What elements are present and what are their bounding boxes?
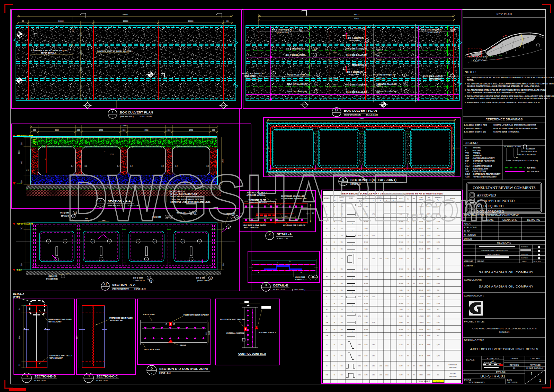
svg-text:201: 201 [407, 344, 409, 346]
svg-text:SECTION-B-B: SECTION-B-B [34, 374, 56, 378]
svg-text:16: 16 [333, 276, 335, 277]
svg-text:BOTTOM BARS: BOTTOM BARS [527, 171, 539, 173]
svg-text:2.750: 2.750 [365, 258, 368, 259]
svg-text:31: 31 [408, 374, 409, 376]
svg-text:Ø10 @ 1000: Ø10 @ 1000 [133, 277, 143, 279]
svg-text:958: 958 [437, 276, 439, 277]
svg-text:0.100: 0.100 [385, 365, 388, 367]
svg-text:2550: 2550 [55, 129, 59, 131]
svg-text:2,916: 2,916 [437, 241, 440, 243]
svg-text:DHAHRAN: DHAHRAN [499, 331, 510, 333]
svg-text:2600: 2600 [19, 335, 20, 339]
svg-text:DWG. NO.: DWG. NO. [496, 371, 506, 373]
svg-text:12.000: 12.000 [364, 303, 368, 304]
svg-text:C.J: C.J [26, 170, 29, 171]
svg-text:b: b [352, 305, 352, 306]
svg-text:1: 1 [530, 372, 533, 376]
svg-text:AT: AT [516, 157, 518, 158]
svg-text:100: 100 [340, 374, 342, 376]
svg-text:16: 16 [333, 355, 335, 357]
svg-text:1: 1 [273, 73, 274, 75]
svg-text:Ø10 @ 1000: Ø10 @ 1000 [295, 276, 305, 278]
svg-text:- BOTTOM OF FOUNDATION: - BOTTOM OF FOUNDATION [472, 160, 495, 162]
svg-text:C.J: C.J [206, 147, 209, 148]
svg-text:190.00: 190.00 [419, 283, 423, 284]
svg-text:b: b [352, 271, 352, 272]
svg-text:NOTES:: NOTES: [465, 70, 476, 74]
svg-text:12.000: 12.000 [364, 329, 368, 330]
svg-text:1.: 1. [465, 76, 466, 79]
svg-text:16: 16 [408, 283, 409, 284]
svg-text:Ø16 @ 150 (6.4m)(T.S.R): Ø16 @ 150 (6.4m)(T.S.R) [272, 29, 292, 31]
svg-text:12.000: 12.000 [364, 283, 368, 284]
svg-text:201: 201 [407, 322, 409, 323]
svg-text:SCALE : 1:24: SCALE : 1:24 [34, 380, 46, 382]
svg-text:APPROVED: APPROVED [530, 364, 541, 366]
svg-text:CHAIR STEEL: CHAIR STEEL [449, 367, 456, 368]
svg-text:150: 150 [340, 241, 342, 243]
svg-text:900: 900 [333, 77, 337, 79]
svg-text:1.700: 1.700 [365, 316, 368, 317]
svg-text:b: b [352, 244, 352, 245]
svg-text:7.360: 7.360 [365, 322, 368, 323]
svg-text:PLAN, SECTION & DETAILS - STO: PLAN, SECTION & DETAILS - STORM DRAINAGE… [493, 128, 537, 129]
svg-text:900: 900 [333, 52, 337, 54]
svg-text:16: 16 [333, 316, 335, 317]
svg-text:10: 10 [413, 283, 415, 284]
svg-text:50: 50 [19, 308, 20, 310]
svg-text:150: 150 [340, 296, 342, 298]
svg-text:REFER DETAIL B: REFER DETAIL B [352, 64, 366, 66]
svg-text:(STAGGERED): (STAGGERED) [46, 278, 58, 280]
svg-text:SCALE: SCALE [466, 358, 475, 361]
svg-text:636: 636 [437, 374, 439, 376]
svg-text:(STAGGERED): (STAGGERED) [429, 78, 441, 80]
svg-text:GENERAL LAYOUT PLAN - STORM DR: GENERAL LAYOUT PLAN - STORM DRAINAGE SYS… [493, 124, 536, 126]
svg-text:E.J: E.J [465, 168, 468, 170]
svg-text:SCALE : 1:40: SCALE : 1:40 [134, 288, 146, 290]
svg-text:(STAGGERED): (STAGGERED) [244, 75, 256, 77]
svg-text:25: 25 [166, 323, 168, 325]
svg-text:4A: 4A [326, 248, 328, 250]
svg-text:TOP OF CULVERT: TOP OF CULVERT [17, 135, 33, 137]
svg-text:10: 10 [452, 75, 454, 78]
svg-text:b: b [352, 278, 352, 279]
svg-text:9: 9 [314, 54, 315, 56]
svg-text:1.578: 1.578 [427, 335, 430, 337]
svg-text:CONCRETE COVER CHANGED TO 75mm: CONCRETE COVER CHANGED TO 75mm [481, 250, 508, 252]
svg-text:Ø16 @ 150 (7.63m)(B.S.R): Ø16 @ 150 (7.63m)(B.S.R) [346, 84, 367, 86]
svg-text:11900: 11900 [359, 118, 364, 120]
svg-text:924.00: 924.00 [419, 241, 423, 243]
svg-text:1: 1 [539, 379, 541, 382]
svg-text:2,991: 2,991 [437, 344, 440, 346]
svg-text:1.578: 1.578 [427, 258, 430, 259]
svg-text:4: 4 [404, 74, 405, 76]
svg-text:2600: 2600 [18, 150, 20, 154]
svg-text:2,916: 2,916 [437, 303, 440, 304]
svg-text:150: 150 [340, 258, 342, 259]
svg-text:300: 300 [123, 129, 126, 131]
svg-text:12.000: 12.000 [399, 303, 403, 304]
svg-text:T.S.R: T.S.R [465, 176, 470, 178]
svg-text:TOP OF SLAB: TOP OF SLAB [143, 313, 155, 316]
svg-text:12A: 12A [325, 355, 328, 357]
svg-text:7.660: 7.660 [400, 248, 403, 250]
svg-text:1.072: 1.072 [400, 365, 403, 367]
svg-text:1.578: 1.578 [427, 355, 430, 357]
svg-text:1: 1 [414, 235, 414, 236]
svg-text:16: 16 [333, 322, 335, 323]
svg-text:600: 600 [206, 332, 207, 335]
svg-text:1: 1 [414, 316, 414, 317]
svg-text:927: 927 [437, 309, 439, 310]
svg-text:PREFORMED JOINT FILLER: PREFORMED JOINT FILLER [109, 317, 133, 319]
svg-text:0.100: 0.100 [385, 374, 388, 376]
svg-text:2000: 2000 [80, 85, 82, 89]
svg-text:12.000: 12.000 [364, 241, 368, 243]
svg-text:16: 16 [333, 344, 335, 346]
svg-text:LENGTH OF BAR: LENGTH OF BAR [524, 151, 537, 153]
svg-text:1.578: 1.578 [427, 276, 430, 277]
svg-text:1,648.25: 1,648.25 [419, 322, 423, 323]
svg-text:10: 10 [209, 277, 212, 279]
svg-text:7.660: 7.660 [400, 276, 403, 277]
svg-text:6: 6 [414, 290, 414, 291]
svg-text:WITH SEALANT: WITH SEALANT [50, 357, 63, 359]
